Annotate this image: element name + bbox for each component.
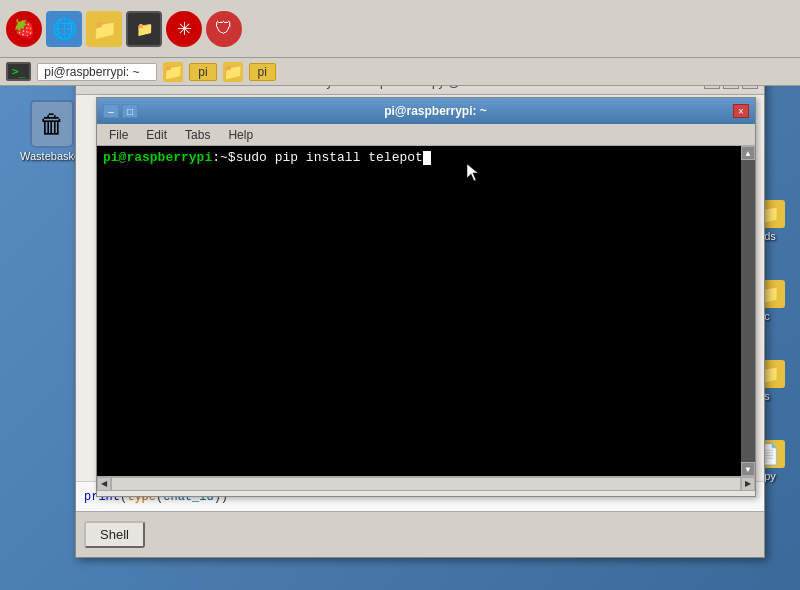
addr-folder2: pi: [249, 63, 276, 81]
terminal-menubar: File Edit Tabs Help: [97, 124, 755, 146]
terminal-horizontal-scrollbar[interactable]: ◀ ▶: [97, 476, 755, 490]
terminal-menu-file[interactable]: File: [101, 126, 136, 144]
shell-button[interactable]: Shell: [84, 521, 145, 548]
terminal-maximize-button[interactable]: □: [122, 104, 138, 118]
terminal-prompt-line: pi@raspberrypi :~ $ sudo pip install tel…: [103, 150, 749, 165]
terminal-content-area[interactable]: pi@raspberrypi :~ $ sudo pip install tel…: [97, 146, 755, 476]
terminal-menu-help[interactable]: Help: [220, 126, 261, 144]
addr-path-display: pi@raspberrypi: ~: [37, 63, 157, 81]
scroll-up-button[interactable]: ▲: [741, 146, 755, 160]
addr-folder-icon1: 📁: [163, 62, 183, 82]
terminal-vertical-scrollbar[interactable]: ▲ ▼: [741, 146, 755, 476]
antivirus-button[interactable]: 🛡: [206, 11, 242, 47]
terminal-menu-edit[interactable]: Edit: [138, 126, 175, 144]
terminal-menu-tabs[interactable]: Tabs: [177, 126, 218, 144]
trash-label: Wastebasket: [20, 150, 83, 162]
terminal-button[interactable]: 📁: [126, 11, 162, 47]
scroll-left-button[interactable]: ◀: [97, 477, 111, 491]
wolfram-button[interactable]: ✳: [166, 11, 202, 47]
terminal-prompt-separator: :~: [212, 150, 228, 165]
svg-marker-0: [467, 164, 478, 181]
taskbar: 🍓 🌐 📁 📁 ✳ 🛡: [0, 0, 800, 58]
terminal-window: – □ pi@raspberrypi: ~ × File Edit Tabs H…: [96, 97, 756, 497]
terminal-cursor: [423, 151, 431, 165]
scroll-right-button[interactable]: ▶: [741, 477, 755, 491]
terminal-titlebar: – □ pi@raspberrypi: ~ ×: [97, 98, 755, 124]
browser-button[interactable]: 🌐: [46, 11, 82, 47]
terminal-window-title: pi@raspberrypi: ~: [138, 104, 733, 118]
folder-label-c: c: [764, 310, 770, 322]
scroll-down-button[interactable]: ▼: [741, 462, 755, 476]
terminal-prompt-dollar: $: [228, 150, 236, 165]
trash-bin-icon: 🗑: [30, 100, 74, 148]
scroll-track[interactable]: [741, 160, 755, 462]
addr-folder-icon2: 📁: [223, 62, 243, 82]
scroll-h-track[interactable]: [111, 477, 741, 491]
terminal-command-text: sudo pip install telepot: [236, 150, 423, 165]
desktop: 🍓 🌐 📁 📁 ✳ 🛡 >_ pi@raspberrypi: ~ 📁 pi 📁 …: [0, 0, 800, 590]
addr-terminal-icon: >_: [6, 62, 31, 81]
terminal-close-button[interactable]: ×: [733, 104, 749, 118]
terminal-prompt-user: pi@raspberrypi: [103, 150, 212, 165]
thonny-window: Thonny - /home/pi/telebot.py @ 54 : 1 – …: [75, 68, 765, 558]
folder-label-s: s: [764, 390, 770, 402]
terminal-win-controls-left: – □: [103, 104, 138, 118]
mouse-cursor: [467, 164, 487, 184]
bottom-bar: Shell: [76, 511, 764, 557]
file-manager-button[interactable]: 📁: [86, 11, 122, 47]
addr-folder1: pi: [189, 63, 216, 81]
terminal-minimize-button[interactable]: –: [103, 104, 119, 118]
trash-icon[interactable]: 🗑 Wastebasket: [20, 100, 83, 162]
address-bar: >_ pi@raspberrypi: ~ 📁 pi 📁 pi: [0, 58, 800, 86]
raspberry-pi-menu-button[interactable]: 🍓: [6, 11, 42, 47]
